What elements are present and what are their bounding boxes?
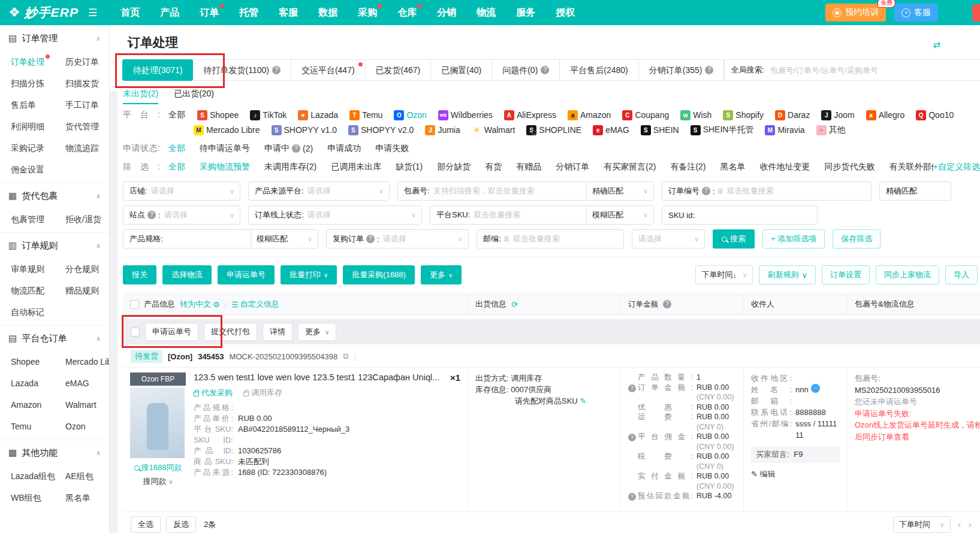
platform-item[interactable]: M Miravia	[765, 125, 804, 135]
top-menu-item[interactable]: 客服	[279, 7, 298, 19]
help-icon[interactable]: ?	[628, 384, 636, 392]
top-menu-item[interactable]: 授权	[556, 7, 575, 19]
platform-item[interactable]: a Amazon	[568, 110, 611, 120]
link-icon[interactable]: ⇄	[933, 40, 940, 50]
platform-item[interactable]: S SHOPYY v1.0	[272, 125, 337, 135]
order-tool-button[interactable]: 导入	[945, 265, 978, 284]
platform-item[interactable]: T Temu	[349, 110, 382, 120]
apply-status-chip[interactable]: 申请中 ? (2)	[264, 143, 313, 154]
row-action-button[interactable]: 更多 ∨	[298, 323, 336, 341]
footer-sort-select[interactable]: 下单时间 ∨	[893, 516, 951, 533]
sidebar-item[interactable]: 扫描分拣	[0, 72, 55, 94]
sidebar-item[interactable]: 包裹管理	[0, 208, 55, 230]
help-icon[interactable]: ?	[705, 66, 713, 74]
match-mode-select[interactable]: 模糊匹配 ∨	[586, 206, 653, 224]
platform-item[interactable]: O Ozon	[394, 110, 426, 120]
search-1688-link[interactable]: 搜1688同款	[130, 462, 186, 473]
sidebar-item[interactable]: 自动标记	[0, 301, 55, 323]
collapse-arrow-icon[interactable]: ∧	[96, 449, 101, 457]
select-all-button[interactable]: 全选	[131, 516, 161, 533]
training-button[interactable]: ▣ 预约培训 免费	[825, 4, 886, 22]
sidebar-item[interactable]: 扫描发货	[55, 72, 109, 94]
dropship-purchase-link[interactable]: 代发采购	[194, 387, 233, 398]
edit-recipient-link[interactable]: ✎ 编辑	[751, 469, 840, 480]
status-tab[interactable]: 已发货(467)	[365, 59, 432, 81]
filter-chip[interactable]: 缺货(1)	[396, 162, 423, 172]
sidebar-item[interactable]: 手工订单	[55, 94, 109, 116]
product-title[interactable]: 123.5 wen test1 love wen love 123.5 test…	[194, 373, 439, 382]
scrollbar-gutter[interactable]	[110, 91, 117, 533]
sidebar-item[interactable]: 货代管理	[55, 116, 109, 137]
help-icon[interactable]: ?	[147, 211, 156, 219]
platform-item[interactable]: a Allegro	[866, 110, 905, 120]
filter-chip[interactable]: 全部	[168, 162, 185, 172]
help-icon[interactable]: ?	[628, 434, 636, 441]
filter-chip[interactable]: 有买家留言(2)	[604, 162, 656, 172]
bulk-action-button[interactable]: 选择物流	[162, 265, 212, 284]
app-logo[interactable]: ❖ 妙手ERP	[8, 4, 79, 21]
spec-field[interactable]: 产品规格: 模糊匹配 ∨	[123, 229, 318, 249]
platform-item[interactable]: M Mercado Libre	[194, 125, 260, 135]
sidebar-section-header[interactable]: ▥ 订单规则 ∧	[0, 233, 109, 258]
platform-item[interactable]: e eMAG	[593, 125, 629, 135]
filter-chip[interactable]: 有赠品	[516, 162, 541, 172]
platform-item[interactable]: J Jumia	[425, 125, 460, 135]
bulk-action-button[interactable]: 申请运单号	[218, 265, 275, 284]
match-mode-select-cut[interactable]: 精确匹配	[879, 181, 951, 201]
sidebar-item[interactable]: AE组包	[55, 465, 109, 487]
status-tab[interactable]: 交运平台(447)	[291, 59, 366, 81]
sidebar-item[interactable]: 历史订单	[55, 51, 109, 72]
platform-item[interactable]: S SHEIN	[641, 125, 679, 135]
sidebar-item[interactable]: 订单处理	[0, 51, 55, 72]
use-stock-link[interactable]: 调用库存	[243, 387, 282, 398]
sidebar-item[interactable]: WB组包	[0, 487, 55, 508]
search-same-link[interactable]: 搜同款 ∨	[130, 476, 186, 487]
sidebar-item[interactable]: eMAG	[55, 373, 109, 394]
custom-info-link[interactable]: ☰ 自定义信息	[231, 299, 279, 310]
order-tool-button[interactable]: 订单设置	[822, 265, 870, 284]
order-tool-button[interactable]: 刷新规则 ∨	[759, 265, 816, 284]
save-filter-button[interactable]: 保存筛选	[833, 229, 881, 249]
collapse-arrow-icon[interactable]: ∧	[96, 335, 101, 343]
order-tool-button[interactable]: 同步上家物流	[876, 265, 939, 284]
sidebar-item[interactable]: Lazada	[0, 373, 55, 394]
edit-icon[interactable]: ✎	[580, 396, 586, 405]
shipment-subtab[interactable]: 未出货(2)	[123, 89, 158, 104]
top-menu-item[interactable]: 物流	[477, 7, 496, 19]
top-menu-item[interactable]: 采购	[358, 7, 377, 19]
apply-status-chip[interactable]: 申请成功	[327, 143, 361, 154]
copy-icon[interactable]: ⧉	[343, 352, 348, 361]
platform-item[interactable]: ♥ Lazada	[298, 110, 338, 120]
refresh-icon[interactable]: ⟳	[511, 300, 518, 309]
sidebar-section-header[interactable]: ▤ 订单管理 ∧	[0, 26, 109, 51]
sidebar-item[interactable]: 黑名单	[55, 487, 109, 508]
platform-item[interactable]: D Daraz	[775, 110, 810, 120]
sidebar-item[interactable]: 分仓规则	[55, 258, 109, 280]
top-menu-item[interactable]: 数据	[318, 7, 337, 19]
apply-status-chip[interactable]: 申请失败	[375, 143, 409, 154]
top-menu-item[interactable]: 托管	[239, 7, 258, 19]
status-tab[interactable]: 已搁置(40)	[430, 59, 492, 81]
help-icon[interactable]: ?	[541, 66, 549, 74]
status-tab[interactable]: 待处理(3071)	[122, 59, 193, 81]
support-button[interactable]: ◖ 客服	[894, 4, 938, 22]
shop-select[interactable]: 店铺: 请选择 ∨	[123, 181, 240, 201]
bulk-action-button[interactable]: 批量采购(1688)	[343, 265, 415, 284]
status-tab[interactable]: 问题件(0) ?	[491, 59, 560, 81]
package-no-field[interactable]: 包裹号: 支持扫描搜索，双击批量搜索 精确匹配 ∨	[397, 181, 654, 201]
top-menu-item[interactable]: 服务	[516, 7, 535, 19]
row-action-button[interactable]: 提交代打包	[204, 323, 257, 341]
platform-item[interactable]: ♪ TikTok	[250, 110, 287, 120]
top-menu-item[interactable]: 首页	[120, 7, 140, 19]
bulk-action-button[interactable]: 报关	[123, 265, 156, 284]
platform-item[interactable]: C Coupang	[622, 110, 669, 120]
sidebar-item[interactable]: Amazon	[0, 394, 55, 416]
sidebar-item[interactable]: 赠品规则	[55, 280, 109, 301]
sidebar-section-header[interactable]: ▩ 其他功能 ∧	[0, 440, 109, 465]
collapse-arrow-icon[interactable]: ∧	[96, 192, 101, 200]
sort-select[interactable]: 下单时间 ↓ ∨	[695, 265, 753, 284]
platform-item[interactable]: WB Wildberries	[438, 110, 493, 120]
invert-selection-button[interactable]: 反选	[166, 516, 196, 533]
cut-off-button[interactable]	[972, 4, 980, 22]
custom-filter-link[interactable]: +自定义筛选	[933, 162, 980, 172]
